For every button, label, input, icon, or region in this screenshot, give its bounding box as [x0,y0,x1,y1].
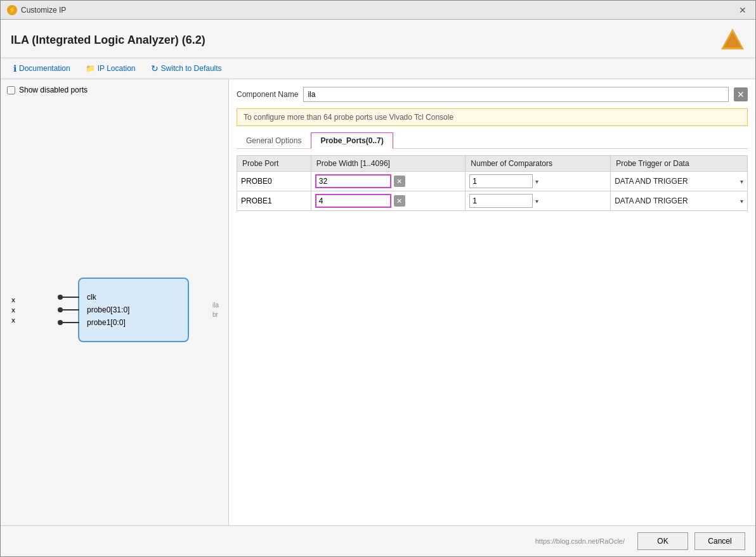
cancel-button[interactable]: Cancel [694,532,745,550]
location-label: IP Location [98,64,136,73]
titlebar-left: ⚡ Customize IP [7,5,66,15]
show-disabled-checkbox[interactable] [7,86,15,94]
port-clk: clk [87,293,180,302]
probe0-comparators-input[interactable] [469,174,533,188]
port-probe1-line [60,322,79,323]
tab-probe-ports-label: Probe_Ports(0..7) [320,136,383,145]
footer: https://blog.csdn.net/RaOcle/ OK Cancel [1,525,755,556]
side-label-x1: x [11,296,15,304]
ip-location-button[interactable]: 📁 IP Location [83,63,138,74]
close-button[interactable]: ✕ [736,4,749,16]
clear-icon: ✕ [737,89,745,99]
header-left: ILA (Integrated Logic Analyzer) (6.2) [11,34,205,47]
ok-button[interactable]: OK [637,532,688,550]
header: ILA (Integrated Logic Analyzer) (6.2) [1,20,755,58]
tab-probe-ports[interactable]: Probe_Ports(0..7) [311,132,393,149]
right-label-ila: ila [212,302,219,309]
col-probe-port: Probe Port [237,156,311,172]
component-name-row: Component Name ✕ [237,87,748,102]
port-probe1-label: probe1[0:0] [87,318,126,327]
component-name-input[interactable] [303,87,729,102]
info-icon: ℹ [13,63,16,74]
probe0-comparators-dropdown[interactable]: ▾ [535,178,538,185]
probe0-width-container: ✕ [315,174,461,188]
probe1-comparators-input[interactable] [469,194,533,208]
right-label-br: br [212,311,219,318]
right-panel: Component Name ✕ To configure more than … [229,79,755,525]
location-icon: 📁 [86,64,95,73]
clear-icon-probe0: ✕ [396,177,402,186]
probe1-trigger-value: DATA AND TRIGGER [615,196,738,205]
component-name-clear-button[interactable]: ✕ [734,87,748,101]
tab-general-options-label: General Options [246,136,301,145]
switch-to-defaults-button[interactable]: ↻ Switch to Defaults [148,62,225,75]
probe1-width-clear-button[interactable]: ✕ [394,195,405,207]
vivado-logo [720,27,745,53]
component-diagram: clk probe0[31:0] probe1[0:0] [78,278,189,342]
clear-icon-probe1: ✕ [396,197,402,205]
probe0-trigger-dropdown[interactable]: ▾ [740,178,743,185]
probe0-width-cell: ✕ [311,172,465,191]
probe0-port-cell: PROBE0 [237,172,311,191]
tab-general-options[interactable]: General Options [237,132,311,148]
refresh-icon: ↻ [151,63,159,74]
probe0-trigger-value: DATA AND TRIGGER [615,177,738,186]
titlebar: ⚡ Customize IP ✕ [1,1,755,20]
probe1-comparators-container: ▾ [469,194,606,208]
port-probe1: probe1[0:0] [87,318,180,327]
titlebar-title: Customize IP [21,6,66,15]
info-banner: To configure more than 64 probe ports us… [237,108,748,126]
col-trigger-data: Probe Trigger or Data [611,156,748,172]
probe1-comparators-cell: ▾ [466,191,611,211]
side-label-x3: x [11,316,15,324]
probe1-width-cell: ✕ [311,191,465,211]
tabs-bar: General Options Probe_Ports(0..7) [237,132,748,149]
app-title: ILA (Integrated Logic Analyzer) (6.2) [11,34,205,47]
col-probe-width: Probe Width [1..4096] [311,156,465,172]
diagram-area: x x x clk probe0[31:0] [7,101,222,519]
defaults-label: Switch to Defaults [161,64,222,73]
col-comparators: Number of Comparators [466,156,611,172]
documentation-label: Documentation [19,64,70,73]
probe0-comparators-cell: ▾ [466,172,611,191]
probe0-trigger-container: DATA AND TRIGGER ▾ [615,177,743,186]
probe1-trigger-container: DATA AND TRIGGER ▾ [615,196,743,205]
probe1-port-cell: PROBE1 [237,191,311,211]
probe0-comparators-container: ▾ [469,174,606,188]
probe-table: Probe Port Probe Width [1..4096] Number … [237,155,748,211]
port-probe0-label: probe0[31:0] [87,305,129,314]
port-clk-label: clk [87,293,96,302]
probe1-comparators-dropdown[interactable]: ▾ [535,198,538,205]
side-label-x2: x [11,306,15,314]
left-panel: Show disabled ports x x x clk [1,79,229,525]
app-icon: ⚡ [7,5,17,15]
probe0-width-input[interactable] [315,174,391,188]
probe1-trigger-dropdown[interactable]: ▾ [740,198,743,205]
probe1-width-container: ✕ [315,194,461,208]
port-clk-dot [58,295,63,300]
probe1-width-input[interactable] [315,194,391,208]
port-probe0-line [60,309,79,311]
footer-url: https://blog.csdn.net/RaOcle/ [11,537,631,545]
probe0-width-clear-button[interactable]: ✕ [394,176,405,187]
probe0-trigger-cell: DATA AND TRIGGER ▾ [611,172,748,191]
show-disabled-row: Show disabled ports [7,86,222,94]
table-row: PROBE0 ✕ ▾ [237,172,748,191]
toolbar: ℹ Documentation 📁 IP Location ↻ Switch t… [1,58,755,79]
port-probe0-dot [58,307,63,312]
component-name-label: Component Name [237,90,298,99]
probe1-trigger-cell: DATA AND TRIGGER ▾ [611,191,748,211]
show-disabled-label: Show disabled ports [19,86,88,94]
table-row: PROBE1 ✕ ▾ [237,191,748,211]
documentation-button[interactable]: ℹ Documentation [11,62,73,75]
port-clk-line [60,297,79,298]
main-content: Show disabled ports x x x clk [1,79,755,525]
port-probe1-dot [58,320,63,325]
port-probe0: probe0[31:0] [87,305,180,314]
dialog-window: ⚡ Customize IP ✕ ILA (Integrated Logic A… [0,0,756,557]
